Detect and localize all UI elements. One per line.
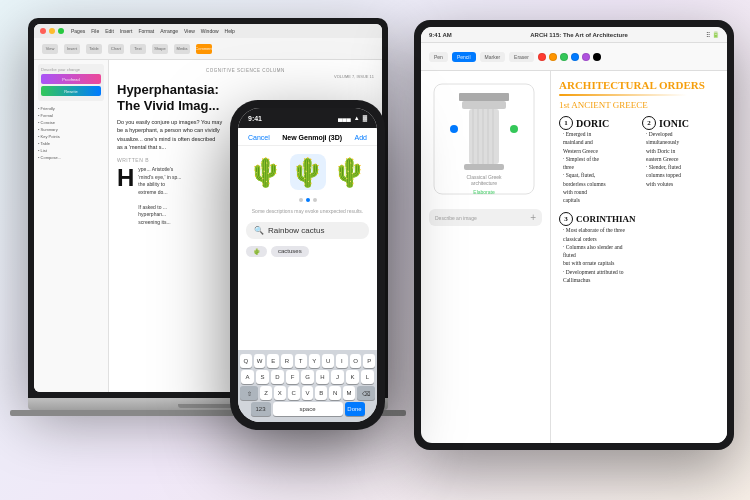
- color-red[interactable]: [538, 53, 546, 61]
- table-btn[interactable]: Table: [86, 44, 102, 54]
- add-image-icon[interactable]: +: [530, 212, 536, 223]
- option-table[interactable]: • Table: [38, 140, 104, 147]
- menu-insert[interactable]: Insert: [120, 28, 133, 34]
- key-i[interactable]: I: [336, 354, 348, 368]
- close-button[interactable]: [40, 28, 46, 34]
- key-w[interactable]: W: [254, 354, 266, 368]
- key-done[interactable]: Done: [345, 402, 365, 416]
- dot-1: [299, 198, 303, 202]
- color-purple[interactable]: [582, 53, 590, 61]
- option-formal[interactable]: • Formal: [38, 112, 104, 119]
- option-list[interactable]: • List: [38, 147, 104, 154]
- key-n[interactable]: N: [329, 386, 341, 400]
- key-y[interactable]: Y: [309, 354, 321, 368]
- menu-format[interactable]: Format: [138, 28, 154, 34]
- key-numbers[interactable]: 123: [251, 402, 271, 416]
- menu-arrange[interactable]: Arrange: [160, 28, 178, 34]
- key-shift[interactable]: ⇧: [240, 386, 258, 400]
- add-btn[interactable]: Add: [355, 134, 367, 141]
- option-summary[interactable]: • Summary: [38, 126, 104, 133]
- cancel-btn[interactable]: Cancel: [248, 134, 270, 141]
- keyboard-row-1: Q W E R T Y U I O P: [240, 354, 375, 368]
- key-v[interactable]: V: [302, 386, 314, 400]
- tool-pen[interactable]: Pen: [429, 52, 448, 62]
- key-p[interactable]: P: [363, 354, 375, 368]
- key-a[interactable]: A: [241, 370, 254, 384]
- maximize-button[interactable]: [58, 28, 64, 34]
- ionic-num: 2: [642, 116, 656, 130]
- key-q[interactable]: Q: [240, 354, 252, 368]
- key-h[interactable]: H: [316, 370, 329, 384]
- menu-pages[interactable]: Pages: [71, 28, 85, 34]
- tag-cactuses[interactable]: cactuses: [271, 246, 309, 257]
- option-compose[interactable]: • Compose...: [38, 154, 104, 161]
- phone-body: 9:41 ▄▄▄ ▲ ▓ Cancel New Genmoji (3D) Add…: [230, 100, 385, 430]
- search-bar[interactable]: 🔍 Rainbow cactus: [246, 222, 369, 239]
- color-green[interactable]: [560, 53, 568, 61]
- key-b[interactable]: B: [315, 386, 327, 400]
- key-u[interactable]: U: [322, 354, 334, 368]
- emoji-item-1[interactable]: 🌵: [248, 154, 284, 190]
- keyboard: Q W E R T Y U I O P A S D F G H: [238, 350, 377, 422]
- color-blue[interactable]: [571, 53, 579, 61]
- keyboard-row-3: ⇧ Z X C V B N M ⌫: [240, 386, 375, 400]
- option-concise[interactable]: • Concise: [38, 119, 104, 126]
- key-m[interactable]: M: [343, 386, 355, 400]
- emoji-item-3[interactable]: 🌵: [332, 154, 368, 190]
- tool-eraser[interactable]: Eraser: [509, 52, 534, 62]
- key-r[interactable]: R: [281, 354, 293, 368]
- key-space[interactable]: space: [273, 402, 343, 416]
- key-s[interactable]: S: [256, 370, 269, 384]
- key-j[interactable]: J: [331, 370, 344, 384]
- chart-btn[interactable]: Chart: [108, 44, 124, 54]
- key-c[interactable]: C: [288, 386, 300, 400]
- tool-pencil[interactable]: Pencil: [452, 52, 476, 62]
- insert-btn[interactable]: Insert: [64, 44, 80, 54]
- image-describe-bar[interactable]: Describe an image +: [429, 209, 542, 226]
- color-orange[interactable]: [549, 53, 557, 61]
- key-z[interactable]: Z: [260, 386, 272, 400]
- key-f[interactable]: F: [286, 370, 299, 384]
- dropcap-letter: H: [117, 166, 134, 226]
- tablet-title-center: ARCH 115: The Art of Architecture: [530, 32, 628, 38]
- menu-edit[interactable]: Edit: [105, 28, 114, 34]
- option-friendly[interactable]: • Friendly: [38, 105, 104, 112]
- key-x[interactable]: X: [274, 386, 286, 400]
- key-t[interactable]: T: [295, 354, 307, 368]
- text-btn[interactable]: Text: [130, 44, 146, 54]
- minimize-button[interactable]: [49, 28, 55, 34]
- search-text: Rainbow cactus: [268, 226, 324, 235]
- tablet-content: Classical Greek architecture Elaborate D…: [421, 71, 727, 443]
- option-keypoints[interactable]: • Key Points: [38, 133, 104, 140]
- key-e[interactable]: E: [267, 354, 279, 368]
- media-btn[interactable]: Media: [174, 44, 190, 54]
- menu-window[interactable]: Window: [201, 28, 219, 34]
- key-k[interactable]: K: [346, 370, 359, 384]
- phone-status-icons: ▄▄▄ ▲ ▓: [338, 115, 367, 121]
- menu-view[interactable]: View: [184, 28, 195, 34]
- describe-text: Describe an image: [435, 215, 477, 221]
- column-diagram: Classical Greek architecture Elaborate: [429, 79, 542, 203]
- key-l[interactable]: L: [361, 370, 374, 384]
- emoji-grid: 🌵 🌵 🌵: [238, 146, 377, 198]
- menu-help[interactable]: Help: [225, 28, 235, 34]
- key-delete[interactable]: ⌫: [357, 386, 375, 400]
- key-o[interactable]: O: [350, 354, 362, 368]
- tool-marker[interactable]: Marker: [480, 52, 506, 62]
- proofread-btn[interactable]: Proofread: [41, 74, 101, 84]
- menu-file[interactable]: File: [91, 28, 99, 34]
- laptop-toolbar: View Insert Table Chart Text Shape Media…: [34, 38, 382, 60]
- key-g[interactable]: G: [301, 370, 314, 384]
- rewrite-btn[interactable]: Rewrite: [41, 86, 101, 96]
- shape-btn[interactable]: Shape: [152, 44, 168, 54]
- color-black[interactable]: [593, 53, 601, 61]
- comment-btn[interactable]: Comment: [196, 44, 212, 54]
- corinthian-name: 3 CORINTHIAN: [559, 212, 636, 226]
- emoji-item-2[interactable]: 🌵: [290, 154, 326, 190]
- phone-statusbar: 9:41 ▄▄▄ ▲ ▓: [238, 108, 377, 128]
- key-d[interactable]: D: [271, 370, 284, 384]
- tag-cactus-emoji[interactable]: 🌵: [246, 246, 267, 257]
- sidebar-panel: Describe your change Proofread Rewrite •…: [34, 60, 109, 392]
- view-btn[interactable]: View: [42, 44, 58, 54]
- volume-label: VOLUME 7, ISSUE 11: [117, 74, 374, 79]
